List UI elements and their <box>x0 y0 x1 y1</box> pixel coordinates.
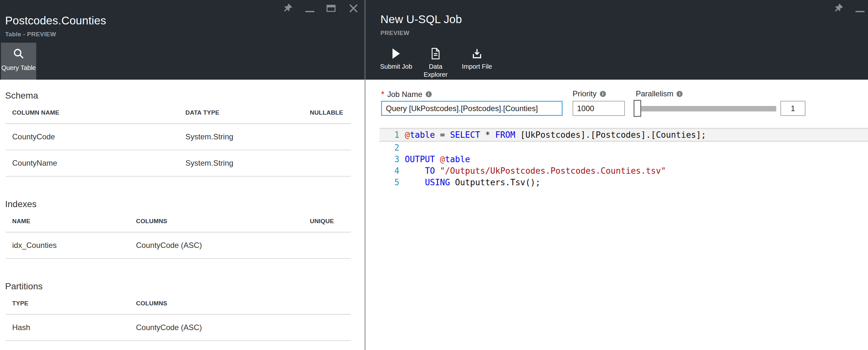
partitions-header-row: TYPE COLUMNS <box>6 300 351 314</box>
submit-job-label: Submit Job <box>380 63 412 71</box>
code-text: USING Outputters.Tsv(); <box>399 177 540 188</box>
required-asterisk: * <box>381 89 384 99</box>
column-header: UNIQUE <box>304 218 351 232</box>
code-text <box>399 142 405 153</box>
info-icon[interactable] <box>600 91 606 97</box>
code-text: TO "/Outputs/UkPostcodes.Postcodes.Count… <box>399 165 666 177</box>
table-blade-header: Postcodes.Counties Table - PREVIEW Query… <box>0 0 364 80</box>
line-number: 3 <box>379 153 399 165</box>
job-form: * Job Name Priority Parallelism <box>366 80 868 128</box>
job-name-input[interactable] <box>381 101 563 116</box>
cell-nullable <box>304 124 351 150</box>
partitions-table: TYPE COLUMNS Hash CountyCode (ASC) <box>6 300 351 341</box>
schema-heading: Schema <box>5 91 364 101</box>
parallelism-slider-track[interactable] <box>641 106 776 111</box>
document-icon <box>431 48 440 60</box>
table-row: Hash CountyCode (ASC) <box>6 314 351 341</box>
cell-data-type: System.String <box>179 150 304 176</box>
search-icon <box>13 43 24 61</box>
cell-column-name: CountyCode <box>6 124 179 150</box>
maximize-icon[interactable] <box>325 3 337 14</box>
column-header: TYPE <box>6 300 130 314</box>
azure-data-lake-window: Postcodes.Counties Table - PREVIEW Query… <box>0 0 868 350</box>
info-icon[interactable] <box>677 91 683 97</box>
priority-input[interactable] <box>572 101 625 116</box>
partitions-heading: Partitions <box>5 281 364 292</box>
code-line[interactable]: 1 @table = SELECT * FROM [UkPostcodes].[… <box>379 128 868 142</box>
column-header: DATA TYPE <box>179 109 304 124</box>
cell-partition-columns: CountyCode (ASC) <box>130 314 351 341</box>
job-name-label: * Job Name <box>381 89 432 99</box>
line-number: 2 <box>379 142 399 153</box>
close-icon[interactable] <box>348 3 359 14</box>
job-toolbar: Submit Job Data Explorer <box>379 48 503 79</box>
table-row: CountyCode System.String <box>6 124 351 150</box>
minimize-icon[interactable] <box>854 3 866 14</box>
cell-index-unique <box>304 232 351 259</box>
schema-table: COLUMN NAME DATA TYPE NULLABLE CountyCod… <box>6 109 351 177</box>
indexes-heading: Indexes <box>5 199 364 209</box>
submit-job-button[interactable]: Submit Job <box>379 48 413 71</box>
cell-index-name: idx_Counties <box>6 232 130 259</box>
query-table-button[interactable]: Query Table <box>1 43 36 80</box>
usql-code-editor[interactable]: 1 @table = SELECT * FROM [UkPostcodes].[… <box>366 128 868 350</box>
table-blade: Postcodes.Counties Table - PREVIEW Query… <box>0 0 364 350</box>
cell-nullable <box>304 150 351 176</box>
minimize-icon[interactable] <box>304 3 316 14</box>
column-header: COLUMN NAME <box>6 109 179 124</box>
code-line[interactable]: 5 USING Outputters.Tsv(); <box>379 177 868 188</box>
page-title: Postcodes.Counties <box>5 14 106 27</box>
column-header: NULLABLE <box>304 109 351 124</box>
line-number: 4 <box>379 165 399 177</box>
info-icon[interactable] <box>426 91 432 97</box>
column-header: COLUMNS <box>130 300 351 314</box>
parallelism-value-input[interactable] <box>780 101 805 116</box>
table-row: CountyName System.String <box>6 150 351 176</box>
parallelism-label: Parallelism <box>636 89 683 98</box>
line-number: 1 <box>379 129 399 141</box>
import-file-label: Import File <box>462 63 492 71</box>
data-explorer-button[interactable]: Data Explorer <box>420 48 451 79</box>
code-text: OUTPUT @table <box>399 153 470 165</box>
cell-column-name: CountyName <box>6 150 179 176</box>
pin-icon[interactable] <box>832 3 844 14</box>
priority-label: Priority <box>572 89 606 98</box>
code-text: @table = SELECT * FROM [UkPostcodes].[Po… <box>399 129 706 141</box>
import-download-icon <box>471 48 483 60</box>
column-header: COLUMNS <box>130 218 304 232</box>
new-usql-job-blade: New U-SQL Job PREVIEW Submit Job <box>366 0 868 350</box>
indexes-table: NAME COLUMNS UNIQUE idx_Counties CountyC… <box>6 218 351 259</box>
code-line[interactable]: 3 OUTPUT @table <box>379 153 868 165</box>
cell-partition-type: Hash <box>6 314 130 341</box>
play-icon <box>391 48 401 60</box>
page-title: New U-SQL Job <box>380 13 462 26</box>
table-blade-content: Schema COLUMN NAME DATA TYPE NULLABLE Co… <box>0 80 364 350</box>
table-row: idx_Counties CountyCode (ASC) <box>6 232 351 259</box>
job-blade-body: * Job Name Priority Parallelism <box>366 80 868 350</box>
data-explorer-label: Data Explorer <box>420 63 451 79</box>
column-header: NAME <box>6 218 130 232</box>
page-subtitle: PREVIEW <box>380 30 409 37</box>
pin-icon[interactable] <box>282 3 293 14</box>
schema-header-row: COLUMN NAME DATA TYPE NULLABLE <box>6 109 351 124</box>
cell-data-type: System.String <box>179 124 304 150</box>
line-number: 5 <box>379 177 399 188</box>
parallelism-slider-handle[interactable] <box>633 100 641 117</box>
indexes-header-row: NAME COLUMNS UNIQUE <box>6 218 351 232</box>
query-table-label: Query Table <box>1 64 36 71</box>
cell-index-columns: CountyCode (ASC) <box>130 232 304 259</box>
page-subtitle: Table - PREVIEW <box>5 31 56 38</box>
import-file-button[interactable]: Import File <box>458 48 496 71</box>
code-line[interactable]: 2 <box>379 142 868 153</box>
job-blade-header: New U-SQL Job PREVIEW Submit Job <box>366 0 868 80</box>
code-line[interactable]: 4 TO "/Outputs/UkPostcodes.Postcodes.Cou… <box>379 165 868 177</box>
